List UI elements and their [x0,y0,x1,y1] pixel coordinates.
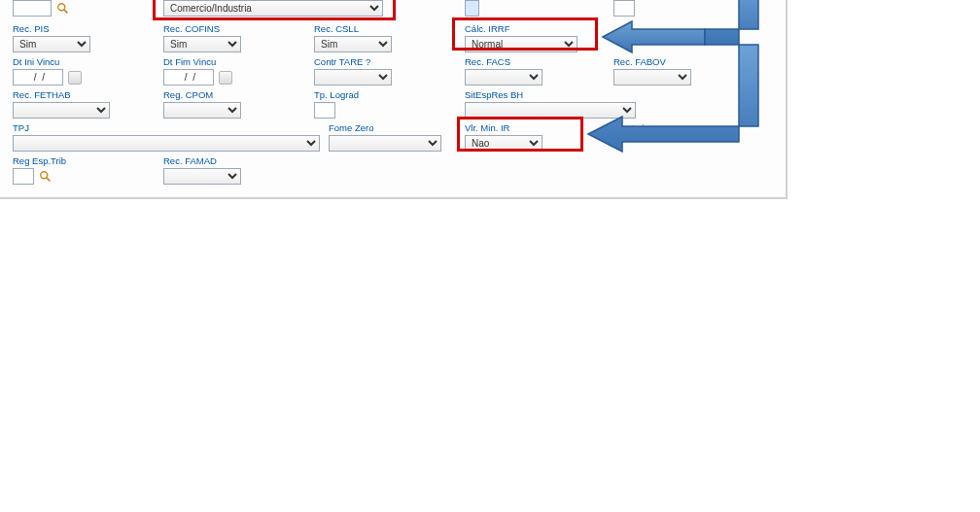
vlr-min-ir-select[interactable]: Nao [465,135,542,152]
rec-famad-select[interactable] [163,168,241,185]
ir-small-input[interactable] [465,0,479,17]
field-sitespres: SitEspRes BH [465,89,636,119]
rec-facs-select[interactable] [465,69,542,85]
field-rec-facs: Rec. FACS [465,56,542,85]
svg-point-0 [58,4,65,11]
sitespres-select[interactable] [465,102,636,119]
contr-tare-label: Contr TARE ? [314,56,392,67]
field-top-lei-input [613,0,635,17]
dt-fim-input[interactable] [163,69,214,85]
industry-select[interactable]: Comercio/Industria [163,0,383,17]
rec-fethab-label: Rec. FETHAB [13,89,110,100]
rec-cofins-select[interactable]: Sim [163,36,241,52]
calc-irrf-label: Cálc. IRRF [465,23,578,34]
field-fome-zero: Fome Zero [329,122,441,152]
rec-pis-label: Rec. PIS [13,23,90,34]
field-reg-cpom: Reg. CPOM [163,89,241,119]
rec-pis-select[interactable]: Sim [13,36,90,52]
field-dt-ini: Dt Ini Vincu [13,56,82,85]
field-dt-fim: Dt Fim Vincu [163,56,232,85]
field-tp-lograd: Tp. Lograd [314,89,359,119]
svg-line-1 [64,10,68,14]
lei-label: Lei [632,122,645,133]
tp-lograd-input[interactable] [314,102,335,119]
rec-csll-label: Rec. CSLL [314,23,392,34]
field-vlr-min-ir: Vlr. Min. IR Nao [465,122,542,152]
form-panel: Comercio/Industria Rec. PIS Sim Rec. COF… [0,0,788,199]
reg-cpom-select[interactable] [163,102,241,119]
field-rec-famad: Rec. FAMAD [163,155,241,185]
field-reg-esp-trib: Reg Esp.Trib [13,155,66,185]
search-icon[interactable] [56,2,70,16]
field-lei: Lei [632,122,645,135]
rec-famad-label: Rec. FAMAD [163,155,241,166]
rec-cofins-label: Rec. COFINS [163,23,241,34]
dt-ini-label: Dt Ini Vincu [13,56,82,67]
field-top-industry: Comercio/Industria [163,0,383,17]
dt-ini-input[interactable] [13,69,63,85]
tp-lograd-label: Tp. Lograd [314,89,359,100]
sitespres-label: SitEspRes BH [465,89,636,100]
field-calc-irrf: Cálc. IRRF Normal [465,23,578,52]
field-top-ir-check [465,0,479,17]
top-code-input[interactable] [13,0,52,17]
rec-csll-select[interactable]: Sim [314,36,392,52]
calc-irrf-select[interactable]: Normal [465,36,578,52]
fome-zero-select[interactable] [329,135,441,152]
lei-small-input[interactable] [613,0,635,17]
rec-fabov-label: Rec. FABOV [613,56,691,67]
rec-fabov-select[interactable] [613,69,691,85]
vlr-min-ir-label: Vlr. Min. IR [465,122,542,133]
reg-cpom-label: Reg. CPOM [163,89,241,100]
field-rec-fabov: Rec. FABOV [613,56,691,85]
svg-line-3 [47,178,51,182]
rec-fethab-select[interactable] [13,102,110,119]
field-rec-fethab: Rec. FETHAB [13,89,110,119]
field-rec-pis: Rec. PIS Sim [13,23,90,52]
reg-esp-trib-input[interactable] [13,168,34,185]
tpj-label: TPJ [13,122,320,133]
dt-fim-label: Dt Fim Vincu [163,56,232,67]
field-top-code [13,0,70,17]
fome-zero-label: Fome Zero [329,122,441,133]
field-tpj: TPJ [13,122,320,152]
reg-esp-trib-label: Reg Esp.Trib [13,155,66,166]
rec-facs-label: Rec. FACS [465,56,542,67]
search-icon[interactable] [39,170,52,184]
calendar-icon[interactable] [219,71,232,85]
field-rec-csll: Rec. CSLL Sim [314,23,392,52]
svg-point-2 [41,172,48,179]
calendar-icon[interactable] [68,71,82,85]
contr-tare-select[interactable] [314,69,392,85]
tpj-select[interactable] [13,135,320,152]
field-rec-cofins: Rec. COFINS Sim [163,23,241,52]
field-contr-tare: Contr TARE ? [314,56,392,85]
